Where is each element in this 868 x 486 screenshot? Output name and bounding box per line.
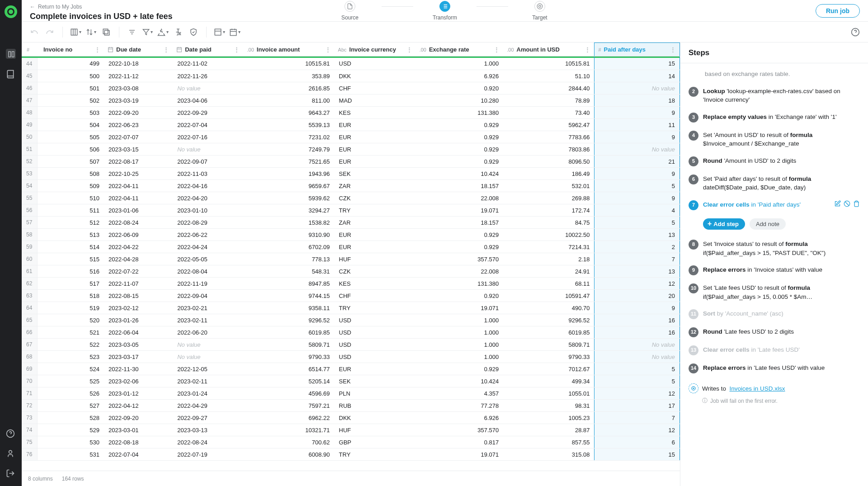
step-source[interactable]: Source — [318, 1, 382, 21]
table-row[interactable]: 495042022-06-232022-07-045539.13EUR0.929… — [22, 119, 680, 131]
table-row[interactable]: 635182022-08-152022-09-049744.15CHF0.920… — [22, 290, 680, 302]
table-row[interactable]: 595142022-04-222022-04-246702.09EUR0.929… — [22, 241, 680, 253]
table-row[interactable]: 665212022-06-042022-06-206019.85USD1.000… — [22, 326, 680, 339]
step-target[interactable]: Target — [508, 1, 571, 21]
disable-icon[interactable] — [844, 200, 850, 210]
step-item[interactable]: 7Clear error cells in 'Paid after days' — [687, 198, 862, 213]
column-header[interactable]: Date paid⋮ — [173, 43, 243, 57]
add-note-button[interactable]: Add note — [750, 218, 786, 230]
column-header[interactable]: .00Exchange rate⋮ — [416, 43, 504, 57]
app-logo[interactable] — [5, 5, 17, 18]
table-row[interactable]: 755302022-08-182022-08-24700.62GBP0.8178… — [22, 436, 680, 448]
type-icon[interactable]: ▾ — [213, 26, 226, 38]
table-row[interactable]: 685232023-03-17No value9790.33USD1.00097… — [22, 351, 680, 363]
logout-icon[interactable] — [6, 469, 16, 479]
table-row[interactable]: 535082022-10-252022-11-031943.96SEK10.42… — [22, 168, 680, 180]
table-row[interactable]: 725272022-04-122022-04-297597.21RUB77.27… — [22, 400, 680, 412]
step-transform[interactable]: Transform — [413, 1, 476, 21]
svg-point-11 — [539, 5, 541, 7]
table-row[interactable]: 444992022-10-182022-11-0210515.81USD1.00… — [22, 58, 680, 70]
column-header[interactable]: .00Amount in USD⋮ — [503, 43, 594, 57]
add-step-button[interactable]: + Add step — [703, 218, 745, 230]
table-row[interactable]: 605152022-04-282022-05-05778.13HUF357.57… — [22, 253, 680, 265]
table-row[interactable]: 565112023-01-062023-01-103294.27TRY19.07… — [22, 204, 680, 217]
column-header[interactable]: Invoice no⋮ — [37, 43, 104, 57]
edit-icon[interactable] — [834, 200, 841, 210]
formula-icon[interactable] — [172, 26, 184, 38]
step-item[interactable]: 5Round 'Amount in USD' to 2 digits — [687, 154, 862, 169]
table-row[interactable]: 675222023-03-05No value5809.71USD1.00058… — [22, 339, 680, 351]
column-header[interactable]: .00Invoice amount⋮ — [243, 43, 334, 57]
step-item[interactable]: 6Set 'Paid after days' to result of form… — [687, 172, 862, 195]
table-row[interactable]: 545092022-04-112022-04-169659.67ZAR18.15… — [22, 180, 680, 192]
clean-icon[interactable]: ▾ — [156, 26, 169, 38]
table-row[interactable]: 715262023-01-122023-01-244596.69PLN4.357… — [22, 387, 680, 400]
table-row[interactable]: 735282022-09-202022-09-276962.22DKK6.926… — [22, 412, 680, 424]
dedupe-icon[interactable] — [100, 26, 113, 38]
column-count: 8 columns — [28, 476, 53, 482]
table-row[interactable]: 555102022-04-112022-04-205939.62CZK22.00… — [22, 192, 680, 204]
table-row[interactable]: 475022023-03-192023-04-06811.00MAD10.280… — [22, 94, 680, 107]
svg-rect-23 — [230, 29, 236, 36]
step-item[interactable]: 11Sort by 'Account_name' (asc) — [687, 307, 862, 322]
table-row[interactable]: 585132022-06-092022-06-229310.90EUR0.929… — [22, 229, 680, 241]
svg-point-10 — [537, 4, 542, 9]
table-row[interactable]: 645192023-02-122023-02-219358.11TRY19.07… — [22, 302, 680, 314]
column-header[interactable]: #Paid after days⋮ — [594, 43, 680, 57]
columns-icon[interactable]: ▾ — [69, 26, 82, 38]
app-sidebar — [0, 0, 22, 486]
step-item[interactable]: 9Replace errors in 'Invoice status' with… — [687, 263, 862, 278]
svg-point-38 — [692, 387, 695, 390]
steps-panel: Steps based on exchange rates table.2Loo… — [680, 42, 868, 486]
table-row[interactable]: 485032022-09-202022-09-299643.27KES131.3… — [22, 107, 680, 119]
table-row[interactable]: 615162022-07-222022-08-04548.31CZK22.008… — [22, 265, 680, 278]
table-row[interactable]: 515062023-03-15No value7249.79EUR0.92978… — [22, 143, 680, 156]
filter-icon[interactable]: ▾ — [141, 26, 154, 38]
step-item[interactable]: 3Replace empty values in 'Exchange rate'… — [687, 110, 862, 125]
table-row[interactable]: 765312022-07-042022-07-196008.90TRY19.07… — [22, 448, 680, 461]
run-job-button[interactable]: Run job — [816, 4, 860, 18]
output-file-link[interactable]: Invoices in USD.xlsx — [730, 385, 785, 392]
redo-icon[interactable] — [43, 26, 56, 38]
context-help-icon[interactable] — [849, 26, 862, 38]
writes-to-row[interactable]: Writes to Invoices in USD.xlsx — [687, 379, 862, 394]
sort-icon[interactable]: ▾ — [85, 26, 97, 38]
column-header[interactable]: AbcInvoice currency⋮ — [335, 43, 416, 57]
back-link[interactable]: ← Return to My Jobs — [30, 4, 82, 10]
step-item[interactable]: 4Set 'Amount in USD' to result of formul… — [687, 128, 862, 151]
svg-rect-16 — [104, 30, 109, 35]
library-icon[interactable] — [6, 49, 16, 59]
table-row[interactable]: 455002022-11-122022-11-26353.89DKK6.9265… — [22, 70, 680, 82]
date-icon[interactable]: ▾ — [228, 26, 241, 38]
svg-point-3 — [9, 450, 12, 453]
table-row[interactable]: 705252023-02-062023-02-115205.14SEK10.42… — [22, 375, 680, 387]
svg-rect-21 — [215, 29, 221, 35]
help-icon[interactable] — [6, 429, 16, 439]
progress-stepper: Source Transform Target — [318, 1, 571, 21]
table-row[interactable]: 525072022-08-172022-09-077521.65EUR0.929… — [22, 156, 680, 168]
docs-icon[interactable] — [6, 70, 16, 80]
filter-rows-icon[interactable] — [126, 26, 138, 38]
column-header[interactable]: Due date⋮ — [104, 43, 173, 57]
svg-rect-1 — [12, 52, 14, 57]
validate-icon[interactable] — [187, 26, 200, 38]
step-item[interactable]: 13Clear error cells in 'Late fees USD' — [687, 343, 862, 358]
data-grid[interactable]: #Invoice no⋮Due date⋮Date paid⋮.00Invoic… — [22, 42, 680, 471]
table-row[interactable]: 575122022-08-242022-08-291538.82ZAR18.15… — [22, 217, 680, 229]
step-item[interactable]: 12Round 'Late fees USD' to 2 digits — [687, 325, 862, 340]
step-item[interactable]: 2Lookup 'lookup-example-exch-rates.csv' … — [687, 84, 862, 107]
step-item[interactable]: 14Replace errors in 'Late fees USD' with… — [687, 361, 862, 376]
undo-icon[interactable] — [28, 26, 41, 38]
step-item[interactable]: 8Set 'Invoice status' to result of formu… — [687, 237, 862, 260]
table-row[interactable]: 465012023-03-08No value2616.85CHF0.92028… — [22, 82, 680, 94]
table-row[interactable]: 745292023-03-012023-03-1310321.71HUF357.… — [22, 424, 680, 436]
table-row[interactable]: 695242022-11-302022-12-056514.77EUR0.929… — [22, 363, 680, 375]
table-row[interactable]: 625172022-11-072022-11-198947.85KES131.3… — [22, 278, 680, 290]
step-item[interactable]: 10Set 'Late fees USD' to result of formu… — [687, 281, 862, 304]
table-row[interactable]: 655202023-01-262023-02-119296.52USD1.000… — [22, 314, 680, 326]
table-row[interactable]: 505052022-07-072022-07-167231.02EUR0.929… — [22, 131, 680, 143]
user-icon[interactable] — [6, 449, 16, 459]
delete-icon[interactable] — [853, 200, 860, 210]
column-header[interactable]: # — [22, 43, 37, 57]
row-count: 164 rows — [62, 476, 84, 482]
